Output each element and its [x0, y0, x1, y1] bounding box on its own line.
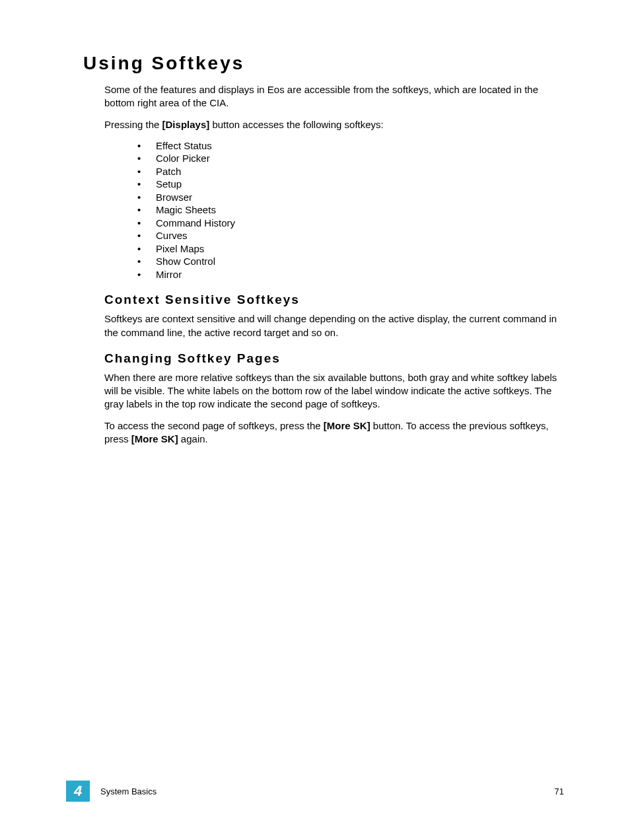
list-item: Mirror	[137, 268, 564, 281]
context-heading: Context Sensitive Softkeys	[104, 293, 564, 307]
changing-pre: To access the second page of softkeys, p…	[104, 420, 324, 431]
list-item: Color Picker	[137, 152, 564, 165]
softkeys-list: Effect Status Color Picker Patch Setup B…	[137, 139, 564, 281]
chapter-badge: 4	[66, 781, 90, 802]
changing-post: again.	[178, 433, 208, 444]
context-paragraph: Softkeys are context sensitive and will …	[104, 312, 564, 339]
page-footer: 4 System Basics 71	[0, 781, 630, 802]
list-item: Command History	[137, 217, 564, 230]
list-item: Curves	[137, 229, 564, 242]
footer-left: 4 System Basics	[66, 781, 157, 802]
list-item: Effect Status	[137, 139, 564, 153]
displays-button-ref: [Displays]	[162, 119, 210, 130]
pressing-pre: Pressing the	[104, 119, 162, 130]
list-item: Patch	[137, 165, 564, 178]
footer-section-label: System Basics	[100, 787, 157, 796]
more-sk-ref-1: [More SK]	[324, 420, 370, 431]
list-item: Pixel Maps	[137, 242, 564, 256]
intro-paragraph: Some of the features and displays in Eos…	[104, 83, 564, 110]
page-content: Using Softkeys Some of the features and …	[0, 0, 630, 446]
list-item: Magic Sheets	[137, 203, 564, 217]
changing-paragraph-1: When there are more relative softkeys th…	[104, 371, 564, 411]
more-sk-ref-2: [More SK]	[131, 433, 178, 444]
main-heading: Using Softkeys	[83, 53, 564, 74]
list-item: Setup	[137, 178, 564, 191]
changing-heading: Changing Softkey Pages	[104, 351, 564, 366]
pressing-post: button accesses the following softkeys:	[209, 119, 383, 130]
changing-paragraph-2: To access the second page of softkeys, p…	[104, 419, 564, 446]
page-number: 71	[555, 787, 564, 796]
pressing-paragraph: Pressing the [Displays] button accesses …	[104, 118, 564, 131]
list-item: Browser	[137, 191, 564, 204]
list-item: Show Control	[137, 255, 564, 268]
